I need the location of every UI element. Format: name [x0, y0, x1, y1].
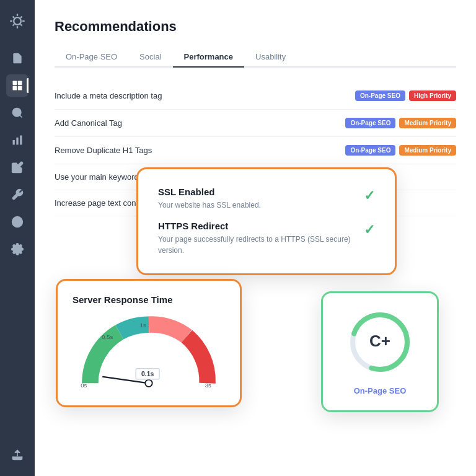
badge-medium: Medium Priority [399, 118, 456, 128]
ssl-enabled-row: SSL Enabled Your website has SSL enabled… [158, 187, 375, 211]
https-text-block: HTTPS Redirect Your page successfully re… [158, 221, 354, 256]
badge-seo: On-Page SEO [345, 118, 395, 128]
tab-on-page-seo[interactable]: On-Page SEO [55, 47, 128, 68]
rec-item: Add Canonical Tag On-Page SEO Medium Pri… [55, 110, 456, 137]
edit-icon[interactable] [6, 156, 29, 178]
tools-icon[interactable] [6, 183, 29, 206]
reports-icon[interactable] [6, 47, 29, 69]
svg-text:1s: 1s [140, 322, 146, 328]
rec-badges: On-Page SEO High Priority [355, 90, 456, 101]
https-check-icon: ✓ [364, 222, 375, 238]
pages-icon[interactable] [6, 74, 29, 97]
tab-performance[interactable]: Performance [173, 47, 244, 68]
svg-text:0.5s: 0.5s [102, 333, 113, 340]
score-label: On-Page SEO [354, 386, 407, 395]
settings-icon[interactable] [6, 238, 29, 260]
https-redirect-row: HTTPS Redirect Your page successfully re… [158, 221, 375, 256]
rec-text: Include a meta description tag [55, 91, 355, 100]
svg-rect-7 [16, 138, 18, 145]
svg-rect-8 [20, 136, 22, 145]
ssl-title: SSL Enabled [158, 187, 354, 197]
svg-rect-4 [18, 86, 22, 90]
svg-rect-1 [13, 81, 17, 86]
rec-item: Include a meta description tag On-Page S… [55, 82, 456, 110]
badge-seo: On-Page SEO [355, 90, 405, 101]
svg-text:0s: 0s [81, 382, 87, 389]
svg-rect-6 [13, 140, 15, 145]
globe-icon[interactable] [6, 211, 29, 233]
svg-text:0.1s: 0.1s [141, 371, 154, 377]
ssl-check-icon: ✓ [364, 188, 375, 204]
rec-text: Remove Duplicate H1 Tags [55, 146, 345, 155]
server-card-title: Server Response Time [73, 294, 225, 305]
badge-medium: Medium Priority [399, 145, 456, 156]
badge-high: High Priority [409, 90, 456, 101]
ssl-desc: Your website has SSL enabled. [158, 200, 354, 211]
rec-badges: On-Page SEO Medium Priority [345, 118, 456, 128]
score-card: C+ On-Page SEO [321, 291, 439, 412]
rec-text: Add Canonical Tag [55, 118, 345, 128]
rec-badges: On-Page SEO Medium Priority [345, 145, 456, 156]
ssl-card: SSL Enabled Your website has SSL enabled… [136, 167, 397, 275]
app-logo[interactable] [6, 10, 29, 32]
export-icon[interactable] [6, 444, 29, 466]
tabs-container: On-Page SEO Social Performance Usability [55, 47, 456, 68]
sidebar [0, 0, 35, 476]
svg-rect-3 [13, 86, 17, 90]
svg-rect-2 [18, 81, 22, 86]
svg-point-0 [14, 17, 21, 25]
badge-seo: On-Page SEO [345, 145, 395, 156]
ssl-text-block: SSL Enabled Your website has SSL enabled… [158, 187, 354, 211]
tab-social[interactable]: Social [128, 47, 172, 68]
score-svg: C+ [346, 308, 414, 376]
rec-item: Remove Duplicate H1 Tags On-Page SEO Med… [55, 137, 456, 164]
svg-text:3s: 3s [205, 382, 211, 389]
https-title: HTTPS Redirect [158, 221, 354, 231]
svg-text:C+: C+ [369, 332, 390, 350]
svg-point-5 [13, 108, 21, 117]
gauge-container: 0s 0.5s 1s 3s 0.1s [73, 314, 225, 394]
https-desc: Your page successfully redirects to a HT… [158, 234, 354, 256]
score-circle: C+ [346, 308, 414, 376]
analytics-icon[interactable] [6, 129, 29, 151]
svg-point-17 [145, 380, 152, 387]
server-response-card: Server Response Time 0s 0.5s 1s 3s [56, 279, 242, 407]
gauge-svg: 0s 0.5s 1s 3s 0.1s [73, 314, 225, 394]
tab-usability[interactable]: Usability [244, 47, 297, 68]
search-icon[interactable] [6, 102, 29, 124]
page-title: Recommendations [55, 19, 456, 35]
